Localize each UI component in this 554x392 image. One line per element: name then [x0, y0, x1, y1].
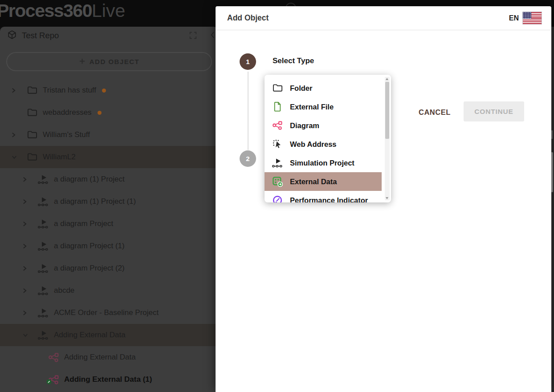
tree-item[interactable]: ACME Order - Baseline Project [0, 302, 218, 324]
simulation-project-icon [38, 308, 49, 318]
repo-cube-icon [7, 30, 17, 41]
step-number: 2 [246, 155, 249, 162]
type-option-label: Performance Indicator [290, 196, 368, 203]
tree-item[interactable]: a diagram (1) Project [0, 168, 218, 190]
scroll-down-icon[interactable] [386, 197, 388, 199]
tree-item-label: Adding External Data (1) [64, 375, 152, 384]
diagram-icon [48, 353, 59, 362]
type-option-label: Diagram [290, 121, 319, 130]
folder-icon [27, 130, 37, 139]
type-option-label: Web Address [290, 140, 337, 149]
diagram-icon [272, 121, 283, 130]
folder-icon [27, 86, 37, 94]
fullscreen-icon[interactable] [189, 32, 197, 41]
dimmed-content-strip [551, 27, 554, 392]
type-option-performance-indicator[interactable]: Performance Indicator [265, 191, 391, 202]
add-object-dialog: Add Object EN 1 Select Type 2 Folder Ext… [216, 6, 551, 392]
tree-item-label: webaddresses [43, 108, 92, 117]
app-logo: Process360Live [0, 0, 125, 21]
tree-item-label: a diagram (1) Project [54, 175, 125, 184]
folder-icon [272, 84, 283, 92]
folder-icon [27, 153, 37, 161]
type-option-simulation-project[interactable]: Simulation Project [265, 154, 391, 172]
tree-item[interactable]: William's Stuff [0, 124, 218, 146]
tree-item[interactable]: Adding External Data [0, 324, 218, 346]
dropdown-scrollbar[interactable] [385, 77, 390, 200]
repository-sidebar: Test Repo ADD OBJECT Tristan has stuff [0, 27, 218, 392]
logo-light: Live [92, 0, 125, 21]
add-object-button[interactable]: ADD OBJECT [6, 52, 212, 71]
logo-bold: Process360 [0, 0, 92, 21]
repo-tree: Tristan has stuff webaddresses William's… [0, 79, 218, 392]
tree-item-label: a diagram (1) Project (1) [54, 197, 136, 206]
dialog-header: Add Object EN [216, 6, 551, 30]
plus-icon [79, 58, 86, 66]
type-option-label: External Data [290, 178, 337, 186]
chevron-right-icon[interactable] [23, 177, 32, 182]
step-2-indicator: 2 [240, 150, 256, 167]
tree-item[interactable]: webaddresses [0, 101, 218, 124]
tree-item-label: WilliamL2 [43, 153, 76, 162]
tree-item[interactable]: abcde [0, 279, 218, 302]
simulation-project-icon [38, 286, 49, 295]
tree-item-label: a diagram Project (1) [54, 242, 125, 251]
continue-button[interactable]: CONTINUE [464, 101, 524, 121]
tree-item-label: Adding External Data [54, 331, 126, 339]
type-option-external-file[interactable]: External File [265, 97, 391, 116]
unsaved-dot [98, 111, 102, 115]
tree-item[interactable]: a diagram (1) Project (1) [0, 190, 218, 213]
tree-item[interactable]: Tristan has stuff [0, 79, 218, 101]
step-connector-line [248, 72, 248, 150]
chevron-right-icon[interactable] [23, 310, 32, 316]
chevron-down-icon[interactable] [23, 333, 32, 337]
tree-item[interactable]: a diagram Project (1) [0, 235, 218, 257]
chevron-right-icon[interactable] [12, 88, 20, 93]
external-file-icon [272, 102, 283, 112]
chevron-right-icon[interactable] [23, 266, 32, 271]
scrollbar-thumb[interactable] [385, 82, 389, 139]
web-address-icon [272, 140, 283, 149]
language-code: EN [509, 14, 519, 22]
chevron-right-icon[interactable] [12, 132, 20, 138]
step-1-label: Select Type [273, 57, 314, 65]
tree-item[interactable]: Adding External Data (1) [0, 368, 218, 391]
unsaved-dot [102, 89, 106, 93]
tree-item[interactable]: WilliamL2 [0, 146, 218, 168]
simulation-project-icon [38, 242, 49, 251]
step-number: 1 [246, 58, 249, 65]
type-option-diagram[interactable]: Diagram [265, 116, 391, 135]
object-type-dropdown: Folder External File Diagram Web Address… [265, 75, 391, 202]
scroll-up-icon[interactable] [386, 78, 388, 80]
tree-item[interactable]: a diagram Project [0, 213, 218, 235]
chevron-right-icon[interactable] [23, 221, 32, 227]
edit-badge-icon [46, 378, 52, 387]
diagram-icon [48, 375, 59, 384]
folder-icon [27, 108, 37, 117]
simulation-project-icon [38, 264, 49, 273]
simulation-project-icon [38, 197, 49, 206]
tree-item-label: William's Stuff [43, 130, 90, 139]
tree-item-label: abcde [54, 286, 74, 295]
type-option-external-data[interactable]: External Data [265, 172, 382, 191]
type-option-web-address[interactable]: Web Address [265, 135, 391, 154]
chevron-right-icon[interactable] [23, 243, 32, 249]
repo-header: Test Repo [0, 27, 218, 44]
cancel-button[interactable]: CANCEL [414, 105, 455, 119]
performance-indicator-icon [272, 195, 283, 202]
type-option-folder[interactable]: Folder [265, 79, 391, 97]
simulation-project-icon [272, 158, 283, 168]
language-selector[interactable]: EN [509, 12, 542, 24]
external-data-icon [272, 177, 283, 187]
chevron-right-icon[interactable] [23, 288, 32, 294]
app-window: Process360Live Test Repo ADD OBJECT [0, 0, 554, 392]
type-option-label: Folder [290, 84, 312, 93]
chevron-down-icon[interactable] [12, 155, 20, 159]
tree-item-label: ACME Order - Baseline Project [54, 308, 159, 317]
tree-item[interactable]: Adding External Data [0, 346, 218, 368]
simulation-project-icon [38, 331, 49, 340]
simulation-project-icon [38, 219, 49, 229]
step-1-indicator: 1 [240, 53, 256, 70]
tree-item[interactable]: a diagram Project (2) [0, 257, 218, 279]
collapse-sidebar-icon[interactable] [211, 32, 215, 40]
chevron-right-icon[interactable] [23, 199, 32, 205]
